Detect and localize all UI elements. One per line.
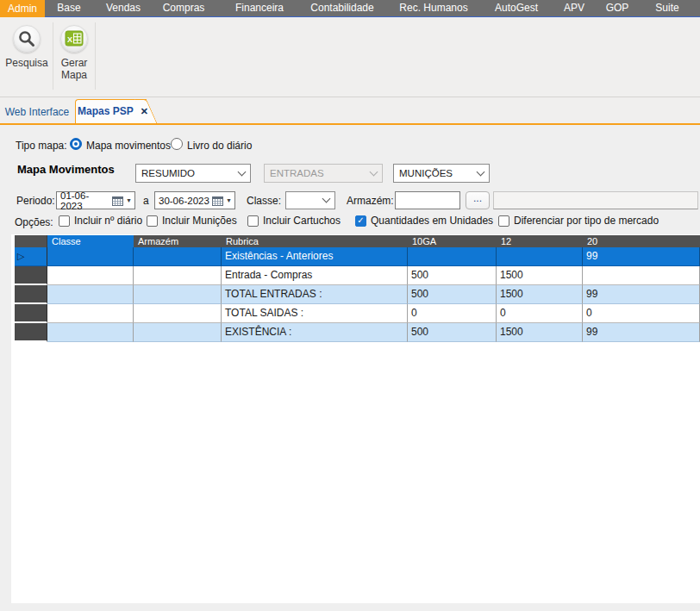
table-cell[interactable]: Existências - Anteriores bbox=[222, 247, 408, 266]
checkbox-incluir-muni-es[interactable]: Incluir Munições bbox=[147, 215, 237, 227]
dropdown-arrow-icon[interactable]: ▼ bbox=[226, 197, 232, 203]
table-cell[interactable] bbox=[408, 247, 497, 266]
table-cell[interactable] bbox=[134, 304, 222, 323]
checkbox-label: Incluir Munições bbox=[162, 215, 237, 227]
ribbon-separator bbox=[95, 22, 96, 90]
table-cell[interactable]: 99 bbox=[583, 247, 700, 266]
menu-item-compras[interactable]: Compras bbox=[155, 0, 212, 16]
menu-item-admin[interactable]: Admin bbox=[0, 0, 45, 17]
resumido-dropdown[interactable]: RESUMIDO bbox=[135, 164, 251, 183]
table-cell[interactable]: EXISTÊNCIA : bbox=[222, 323, 408, 342]
menu-item-financeira[interactable]: Financeira bbox=[226, 0, 293, 16]
tipo-mapa-label: Tipo mapa: bbox=[16, 140, 67, 152]
checkbox-checked-icon[interactable]: ✓ bbox=[355, 215, 366, 227]
tab-web-interface[interactable]: Web Interface bbox=[0, 101, 74, 123]
table-cell[interactable]: 1500 bbox=[497, 323, 583, 342]
radio-mapa-movimentos[interactable] bbox=[70, 138, 82, 150]
pesquisa-button-label: Pesquisa bbox=[5, 57, 47, 69]
table-cell[interactable]: TOTAL SAIDAS : bbox=[222, 304, 408, 323]
column-header-rubrica[interactable]: Rubrica bbox=[222, 235, 408, 247]
checkbox-unchecked-icon[interactable] bbox=[247, 215, 259, 227]
pesquisa-button[interactable]: Pesquisa bbox=[2, 22, 52, 69]
row-selector[interactable] bbox=[15, 323, 47, 342]
table-row[interactable]: Entrada - Compras5001500 bbox=[15, 266, 700, 285]
menu-item-apv[interactable]: APV bbox=[555, 0, 593, 16]
row-selector-header[interactable] bbox=[15, 235, 47, 247]
table-cell[interactable] bbox=[47, 323, 134, 342]
periodo-to-field[interactable]: 30-06-2023 ▼ bbox=[154, 191, 235, 209]
column-header-12[interactable]: 12 bbox=[497, 235, 583, 247]
table-cell[interactable] bbox=[134, 266, 222, 285]
checkbox-label: Incluir nº diário bbox=[74, 215, 142, 227]
entradas-dropdown-value: ENTRADAS bbox=[270, 168, 324, 178]
table-cell[interactable] bbox=[134, 285, 222, 304]
tab-mapas-psp[interactable]: Mapas PSP ✕ bbox=[75, 99, 151, 123]
checkbox-unchecked-icon[interactable] bbox=[59, 215, 70, 227]
armazem-input[interactable] bbox=[395, 191, 460, 209]
row-selector-current[interactable]: ▷ bbox=[15, 247, 47, 266]
tab-mapas-psp-label: Mapas PSP bbox=[78, 105, 134, 117]
row-selector[interactable] bbox=[15, 285, 47, 304]
table-cell[interactable]: TOTAL ENTRADAS : bbox=[222, 285, 408, 304]
calendar-icon[interactable] bbox=[212, 196, 223, 206]
checkbox-label: Quantidades em Unidades bbox=[371, 215, 493, 227]
checkbox-label: Diferenciar por tipo de mercado bbox=[514, 215, 659, 227]
table-row[interactable]: TOTAL SAIDAS :000 bbox=[15, 304, 700, 323]
browse-button[interactable]: ... bbox=[466, 191, 490, 209]
table-row[interactable]: EXISTÊNCIA :500150099 bbox=[15, 323, 700, 342]
classe-dropdown[interactable] bbox=[285, 191, 335, 209]
calendar-icon[interactable] bbox=[112, 196, 123, 206]
close-icon[interactable]: ✕ bbox=[141, 107, 148, 116]
table-cell[interactable]: 99 bbox=[583, 323, 700, 342]
column-header-10ga[interactable]: 10GA bbox=[408, 235, 497, 247]
checkbox-quantidades-em-unidades[interactable]: ✓Quantidades em Unidades bbox=[355, 215, 493, 227]
radio-livro-do-diario[interactable] bbox=[171, 138, 183, 150]
menu-item-autogest[interactable]: AutoGest bbox=[486, 0, 547, 16]
dropdown-arrow-icon[interactable]: ▼ bbox=[126, 197, 132, 203]
row-pointer-icon: ▷ bbox=[17, 251, 24, 262]
menu-item-base[interactable]: Base bbox=[48, 0, 90, 16]
menu-item-suite[interactable]: Suite bbox=[647, 0, 688, 16]
checkbox-incluir-cartuchos[interactable]: Incluir Cartuchos bbox=[247, 215, 341, 227]
table-cell[interactable]: 500 bbox=[408, 285, 497, 304]
table-cell[interactable]: Entrada - Compras bbox=[222, 266, 408, 285]
table-cell[interactable]: 0 bbox=[497, 304, 583, 323]
municoes-dropdown[interactable]: MUNIÇÕES bbox=[393, 164, 490, 183]
menu-item-gop[interactable]: GOP bbox=[598, 0, 636, 16]
table-cell[interactable] bbox=[47, 304, 134, 323]
table-cell[interactable]: 500 bbox=[408, 266, 497, 285]
bottom-strip bbox=[0, 603, 700, 611]
radio-mapa-movimentos-label: Mapa movimentos bbox=[86, 140, 171, 152]
table-cell[interactable]: 1500 bbox=[497, 266, 583, 285]
table-cell[interactable]: 1500 bbox=[497, 285, 583, 304]
row-selector[interactable] bbox=[15, 304, 47, 323]
table-row[interactable]: ▷Existências - Anteriores99 bbox=[15, 247, 700, 266]
menu-item-vendas[interactable]: Vendas bbox=[97, 0, 150, 16]
gerar-mapa-button[interactable]: X Gerar Mapa bbox=[54, 22, 94, 81]
menu-item-contabilidade[interactable]: Contabilidade bbox=[300, 0, 384, 16]
column-header-20[interactable]: 20 bbox=[583, 235, 700, 247]
table-cell[interactable]: 500 bbox=[408, 323, 497, 342]
checkbox-diferenciar-por-tipo-de-mercado[interactable]: Diferenciar por tipo de mercado bbox=[498, 215, 659, 227]
table-cell[interactable] bbox=[134, 247, 222, 266]
checkbox-unchecked-icon[interactable] bbox=[498, 215, 509, 227]
column-header-armaz-m[interactable]: Armazém bbox=[134, 235, 222, 247]
table-cell[interactable] bbox=[47, 266, 134, 285]
table-row[interactable]: TOTAL ENTRADAS :500150099 bbox=[15, 285, 700, 304]
table-cell[interactable] bbox=[47, 285, 134, 304]
table-cell[interactable]: 0 bbox=[583, 304, 700, 323]
table-cell[interactable] bbox=[583, 266, 700, 285]
menu-item-rec-humanos[interactable]: Rec. Humanos bbox=[390, 0, 478, 16]
tab-strip: Web Interface Mapas PSP ✕ bbox=[0, 97, 700, 125]
table-cell[interactable]: 0 bbox=[408, 304, 497, 323]
svg-text:X: X bbox=[67, 35, 72, 44]
table-cell[interactable] bbox=[497, 247, 583, 266]
table-cell[interactable]: 99 bbox=[583, 285, 700, 304]
table-cell[interactable] bbox=[134, 323, 222, 342]
periodo-from-field[interactable]: 01-06-2023 ▼ bbox=[56, 191, 135, 209]
row-selector[interactable] bbox=[15, 266, 47, 285]
table-cell[interactable] bbox=[47, 247, 134, 266]
column-header-classe[interactable]: Classe bbox=[47, 235, 134, 247]
checkbox-incluir-n-di-rio[interactable]: Incluir nº diário bbox=[59, 215, 142, 227]
checkbox-unchecked-icon[interactable] bbox=[147, 215, 158, 227]
